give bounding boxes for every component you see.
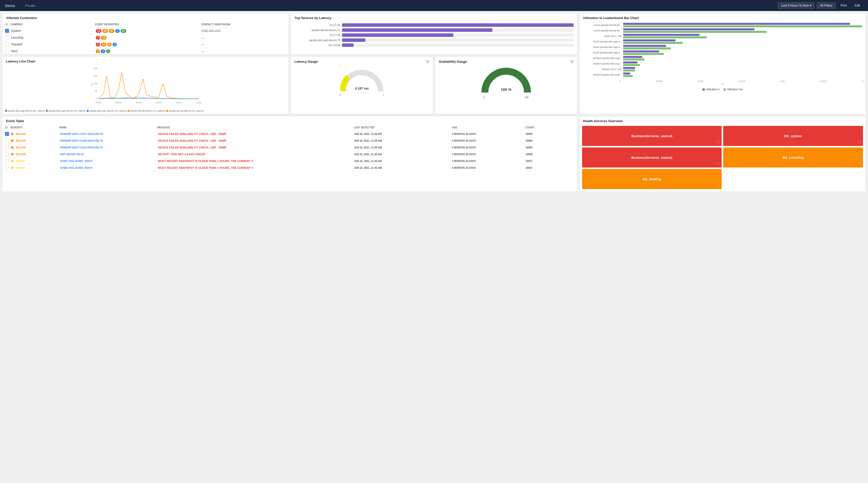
severity-label: Major bbox=[16, 146, 26, 149]
util-bars bbox=[623, 61, 862, 66]
event-gear-icon[interactable]: ⚙ bbox=[5, 125, 8, 130]
info-icon[interactable]: ⓘ bbox=[858, 162, 861, 166]
gauge-min: 0 bbox=[339, 93, 341, 96]
util-bar-in bbox=[623, 67, 635, 69]
event-name[interactable]: SVM2:/vol/SVM2_root bbox=[60, 166, 158, 169]
customer-checkbox[interactable] bbox=[5, 42, 9, 47]
time-filter-label: Last 6 Hours To Now bbox=[781, 4, 809, 7]
legend-label: pandrp-dist-ap-discvm-70: Latency bbox=[169, 110, 204, 112]
customer-checkbox[interactable] bbox=[5, 36, 9, 39]
evt-col-count: COUNT bbox=[525, 126, 575, 129]
latency-gauge-title: Latency Gauge bbox=[294, 60, 318, 63]
print-button[interactable]: Print bbox=[838, 2, 850, 8]
company-name: System bbox=[11, 29, 96, 33]
latency-gauge-body: 0.187 ms 0 1 bbox=[291, 65, 433, 101]
severity-badges: 113 bbox=[96, 49, 202, 53]
util-bars bbox=[623, 67, 862, 72]
util-bar-out bbox=[623, 64, 640, 66]
edit-button[interactable]: Edit bbox=[852, 2, 863, 8]
event-name[interactable]: KNT-ONTAP-93-01 bbox=[60, 153, 158, 156]
health-card[interactable]: BS_LinuxOrg ⓘ bbox=[723, 147, 863, 168]
svg-text:12:00: 12:00 bbox=[196, 101, 202, 104]
header: Demo Private Last 6 Hours To Now ▾ All F… bbox=[0, 0, 868, 11]
customer-row: LinuxOrg 714 — bbox=[2, 34, 288, 41]
gear-icon[interactable]: ⚙ bbox=[5, 22, 8, 26]
health-services-panel: Health Services Overview BusinessService… bbox=[580, 117, 866, 192]
event-severity: Minor bbox=[11, 166, 60, 169]
event-checkbox[interactable] bbox=[5, 166, 9, 170]
col-contact-phone: CONTACT USER PHONE bbox=[201, 23, 286, 26]
customer-checkbox[interactable] bbox=[5, 29, 9, 33]
health-card[interactable]: BS_DellOrg ⓘ bbox=[582, 169, 722, 189]
legend-line-item: pandrp-dist-db-discvm-71: Latency bbox=[128, 110, 165, 112]
severity-badge: 18 bbox=[102, 29, 108, 33]
event-checkbox[interactable] bbox=[5, 159, 9, 163]
time-filter-button[interactable]: Last 6 Hours To Now ▾ bbox=[778, 2, 815, 9]
svg-text:ms: ms bbox=[91, 83, 93, 86]
legend-dot bbox=[5, 110, 7, 112]
info-icon[interactable]: ⓘ bbox=[717, 183, 720, 188]
all-filters-button[interactable]: All Filters bbox=[817, 2, 835, 9]
app-title: Demo bbox=[5, 3, 15, 8]
availability-gauge-body: 100 % 0 100 bbox=[435, 65, 577, 104]
event-count: 42899 bbox=[525, 133, 575, 135]
util-bar-in bbox=[623, 39, 676, 41]
util-bar-in bbox=[623, 28, 754, 30]
bar-container bbox=[342, 33, 573, 37]
evt-col-age: AGE bbox=[452, 126, 525, 129]
severity-dot bbox=[11, 139, 13, 142]
customer-checkbox[interactable] bbox=[5, 49, 9, 53]
info-icon[interactable]: ⓘ bbox=[717, 162, 720, 166]
util-label: ens32 (pandrp-dist-cug1-d... bbox=[583, 46, 623, 48]
health-card[interactable]: BusinessServices_status2 ⓘ bbox=[582, 147, 722, 168]
legend-line-item: pandrp-dist-cug8-discvm-80: Latency bbox=[5, 110, 45, 112]
event-checkbox[interactable] bbox=[5, 145, 9, 149]
info-icon[interactable]: ⓘ bbox=[858, 140, 861, 144]
legend-dot bbox=[166, 110, 168, 112]
event-name[interactable]: SVM1:/vol/SVM1_root bbox=[60, 160, 158, 163]
latency-line-title: Latency Line Chart bbox=[2, 57, 288, 65]
event-table-title: Event Table bbox=[2, 117, 577, 124]
event-row: Major pandrp-dist-cug8-discvm-79 Device … bbox=[2, 137, 577, 144]
gauge-grid-icon[interactable]: ⊞ bbox=[426, 59, 429, 63]
event-severity: Major bbox=[11, 146, 60, 149]
info-icon[interactable]: ⓘ bbox=[717, 140, 720, 144]
event-checkbox[interactable] bbox=[5, 132, 9, 136]
visibility-label: Private bbox=[25, 4, 35, 7]
event-checkbox[interactable] bbox=[5, 152, 9, 156]
severity-dot bbox=[11, 153, 13, 155]
util-bar-in bbox=[623, 45, 666, 47]
bar-row: pandrp-dist-db-discvm-71 bbox=[294, 28, 573, 32]
severity-label: Minor bbox=[16, 166, 25, 169]
bar-label: 10.2.7.20 bbox=[294, 34, 342, 37]
event-message: Device Failed Availability Check: UDP - … bbox=[158, 146, 354, 149]
availability-grid-icon[interactable]: ⊞ bbox=[570, 59, 574, 63]
legend-line-item: pandrp-dist-ap-discvm-70: Latency bbox=[166, 110, 204, 112]
health-card[interactable]: BusinessServices_status6 ⓘ bbox=[582, 126, 722, 146]
health-card[interactable]: BS_system ⓘ bbox=[723, 126, 863, 146]
bar-container bbox=[342, 28, 573, 32]
event-name[interactable]: pandrp-dist-cug7-discvm-78 bbox=[60, 133, 158, 135]
event-rows: Major pandrp-dist-cug7-discvm-78 Device … bbox=[2, 131, 577, 171]
event-message: Device Failed Availability Check: UDP - … bbox=[158, 133, 354, 135]
event-name[interactable]: pandrp-dist-cug3-discvm-74 bbox=[60, 146, 158, 149]
bar-row: 10.2.14.86 bbox=[294, 44, 573, 47]
severity-label: Major bbox=[16, 153, 26, 156]
bar-container bbox=[342, 38, 573, 42]
utilization-panel: Utilization In Leaderboard Bar Chart ens… bbox=[580, 13, 866, 114]
util-label: ens32 (pandrp-dist-cug8-d... bbox=[583, 51, 623, 54]
bar-label: 10.2.14.86 bbox=[294, 44, 342, 47]
top-devices-title: Top Devices by Latency bbox=[291, 13, 577, 21]
legend-out-label: Utilization Out bbox=[727, 88, 742, 91]
event-count: 42899 bbox=[525, 139, 575, 142]
x-axis-label: 0.0075 bbox=[739, 80, 745, 83]
event-checkbox[interactable] bbox=[5, 139, 9, 143]
event-name[interactable]: pandrp-dist-cug8-discvm-79 bbox=[60, 139, 158, 142]
event-row: Minor SVM2:/vol/SVM2_root Most recent sn… bbox=[2, 165, 577, 171]
severity-badge: 15 bbox=[101, 42, 106, 47]
severity-badge: 47 bbox=[109, 29, 115, 33]
availability-gauge-header: Availability Gauge ⊞ bbox=[435, 57, 577, 65]
severity-badge: 7 bbox=[96, 36, 100, 39]
customer-row: Ore1 113 — bbox=[2, 48, 288, 54]
util-label: ens32 (pandrp-dist-cug2-d... bbox=[583, 40, 623, 43]
